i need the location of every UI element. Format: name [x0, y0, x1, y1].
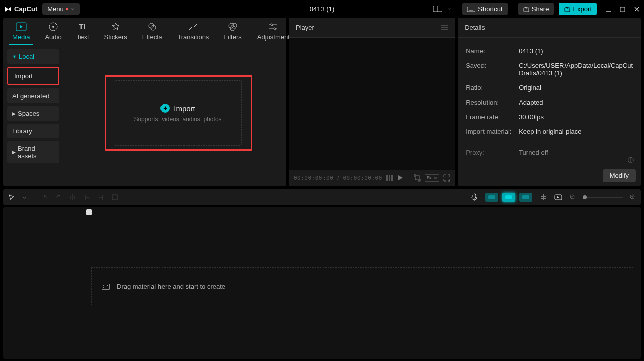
details-panel: Details Name:0413 (1) Saved:C:/Users/USE…	[458, 18, 641, 186]
detail-val-saved: C:/Users/USER/AppData/Local/CapCut Draft…	[519, 62, 633, 77]
align-icon[interactable]	[539, 194, 547, 201]
time-sep: /	[337, 175, 339, 181]
delete-icon[interactable]	[112, 194, 118, 200]
svg-rect-35	[522, 195, 529, 199]
tab-media[interactable]: Media	[9, 21, 33, 45]
detail-val-res: Adapted	[519, 99, 633, 106]
redo-icon[interactable]	[55, 194, 62, 201]
svg-point-18	[271, 24, 273, 26]
ratio-button[interactable]: Ratio	[425, 174, 439, 182]
svg-rect-26	[391, 175, 393, 181]
svg-rect-7	[620, 7, 625, 12]
app-name: CapCut	[14, 5, 37, 13]
import-title: Import	[174, 104, 195, 113]
import-dropzone[interactable]: + Import Supports: videos, audios, photo…	[114, 80, 242, 146]
chevron-down-icon	[70, 7, 75, 11]
media-icon	[16, 22, 27, 32]
detail-key-res: Resolution:	[466, 99, 519, 106]
trim-right-icon[interactable]	[98, 194, 105, 201]
svg-rect-27	[415, 176, 419, 180]
sidebar-item-library[interactable]: Library	[7, 124, 59, 138]
menu-dot-indicator	[66, 8, 68, 10]
player-viewport[interactable]	[289, 38, 455, 170]
close-button[interactable]	[634, 6, 640, 12]
svg-rect-32	[473, 194, 476, 198]
tab-filters[interactable]: Filters	[221, 21, 245, 45]
track-toggle-2[interactable]	[502, 193, 515, 202]
media-source-list: ▼Local Import AI generated ▶Spaces Libra…	[3, 45, 63, 186]
adjustment-icon	[268, 22, 279, 32]
svg-point-20	[274, 28, 276, 30]
media-panel: Media Audio TI Text Stickers Effects Tra…	[3, 18, 286, 186]
fullscreen-icon[interactable]	[443, 174, 450, 182]
preview-icon[interactable]	[554, 194, 562, 200]
zoom-out-icon[interactable]	[570, 194, 576, 200]
share-button[interactable]: Share	[518, 3, 554, 15]
separator	[513, 5, 513, 13]
capcut-icon	[4, 5, 12, 13]
undo-icon[interactable]	[41, 194, 48, 201]
detail-key-fps: Frame rate:	[466, 113, 519, 121]
timeline-drop-hint[interactable]: Drag material here and start to create	[91, 267, 633, 305]
svg-text:TI: TI	[79, 23, 85, 31]
text-icon: TI	[77, 22, 89, 32]
timeline-area[interactable]: Drag material here and start to create	[3, 207, 641, 359]
player-title: Player	[296, 24, 314, 31]
sidebar-item-ai[interactable]: AI generated	[7, 88, 59, 103]
svg-rect-25	[389, 175, 390, 181]
sidebar-item-brand[interactable]: ▶Brand assets	[7, 141, 59, 163]
separator	[457, 5, 457, 13]
mic-icon[interactable]	[471, 193, 478, 201]
transitions-icon	[188, 22, 199, 32]
trim-left-icon[interactable]	[84, 194, 91, 201]
share-icon	[523, 6, 529, 12]
scale-icon[interactable]	[414, 174, 421, 182]
sidebar-item-local[interactable]: ▼Local	[7, 49, 59, 64]
plus-icon: +	[160, 104, 170, 113]
film-icon	[102, 284, 110, 290]
track-toggle-3[interactable]	[519, 193, 532, 202]
audio-icon	[48, 22, 59, 32]
split-icon[interactable]	[69, 194, 76, 201]
minimize-button[interactable]	[606, 6, 612, 12]
shortcut-button[interactable]: Shortcut	[462, 3, 507, 15]
zoom-in-icon[interactable]	[630, 194, 636, 200]
sidebar-item-spaces[interactable]: ▶Spaces	[7, 106, 59, 121]
tab-adjustment[interactable]: Adjustment	[254, 21, 293, 45]
detail-key-ratio: Ratio:	[466, 84, 519, 92]
play-icon[interactable]	[397, 175, 404, 181]
timeline-hint-text: Drag material here and start to create	[117, 283, 225, 290]
cursor-icon[interactable]	[8, 194, 15, 201]
export-button[interactable]: Export	[559, 3, 597, 15]
detail-separator	[466, 142, 633, 142]
player-menu-icon[interactable]	[441, 25, 448, 30]
playhead[interactable]	[89, 210, 89, 356]
detail-key-mat: Import material:	[466, 128, 519, 135]
modify-button[interactable]: Modify	[603, 169, 636, 182]
player-panel: Player 00:00:00:00 / 00:00:00:00 Ratio	[289, 18, 455, 186]
menu-button[interactable]: Menu	[42, 3, 80, 15]
effects-icon	[147, 22, 158, 32]
cursor-chevron-icon[interactable]	[22, 195, 27, 200]
time-current: 00:00:00:00	[294, 175, 333, 182]
category-tabs: Media Audio TI Text Stickers Effects Tra…	[3, 18, 286, 45]
layout-chevron-icon[interactable]	[447, 7, 452, 11]
tab-effects[interactable]: Effects	[139, 21, 166, 45]
detail-val-fps: 30.00fps	[519, 113, 633, 121]
detail-val-ratio: Original	[519, 84, 633, 92]
tab-audio[interactable]: Audio	[42, 21, 64, 45]
columns-icon[interactable]	[386, 175, 393, 181]
tab-stickers[interactable]: Stickers	[101, 21, 130, 45]
help-icon[interactable]: ⓘ	[628, 156, 634, 165]
track-toggle-1[interactable]	[485, 193, 498, 202]
import-subtitle: Supports: videos, audios, photos	[134, 116, 221, 123]
detail-val-name: 0413 (1)	[519, 47, 633, 55]
tab-transitions[interactable]: Transitions	[174, 21, 212, 45]
export-icon	[564, 6, 570, 12]
sidebar-item-import[interactable]: Import	[7, 67, 59, 85]
maximize-button[interactable]	[620, 6, 626, 12]
zoom-slider[interactable]	[583, 197, 623, 198]
layout-icon[interactable]	[433, 6, 442, 13]
tab-text[interactable]: TI Text	[74, 21, 92, 45]
filters-icon	[227, 22, 238, 32]
